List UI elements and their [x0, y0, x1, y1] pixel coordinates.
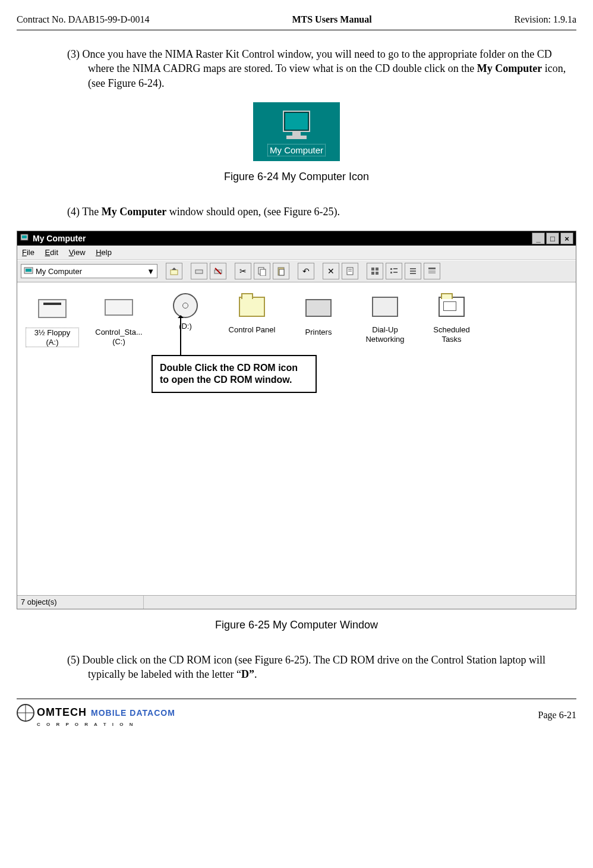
dial-up-networking-item[interactable]: Dial-UpNetworking	[358, 293, 412, 344]
address-text: My Computer	[36, 267, 82, 276]
footer-rule	[17, 699, 576, 699]
svg-rect-11	[279, 269, 284, 275]
window-icon	[20, 233, 29, 244]
paste-button[interactable]	[273, 263, 289, 279]
large-icons-button[interactable]	[367, 263, 383, 279]
undo-button[interactable]: ↶	[298, 263, 314, 279]
delete-button[interactable]: ✕	[323, 263, 339, 279]
manual-title: MTS Users Manual	[292, 14, 371, 25]
toolbar: My Computer ▼ ✂ ↶ ✕	[17, 260, 576, 282]
svg-rect-19	[390, 268, 392, 270]
my-computer-window: My Computer _ □ × FFileile Edit View Hel…	[17, 231, 576, 609]
svg-rect-1	[22, 235, 27, 238]
minimize-button[interactable]: _	[532, 232, 545, 244]
callout-arrow	[180, 317, 181, 355]
my-computer-icon	[24, 266, 33, 276]
step-3-number: (3)	[67, 48, 80, 60]
network-icon	[371, 297, 399, 322]
logo-main: OMTECH	[37, 706, 87, 718]
status-right	[144, 596, 576, 609]
window-title: My Computer	[33, 234, 532, 243]
scheduled-tasks-item[interactable]: ScheduledTasks	[425, 293, 478, 344]
step-3-bold: My Computer	[477, 62, 542, 74]
logo-corp: C O R P O R A T I O N	[37, 722, 175, 727]
menu-view[interactable]: View	[69, 248, 86, 257]
list-view-button[interactable]	[405, 263, 421, 279]
svg-rect-18	[376, 272, 378, 275]
chevron-down-icon[interactable]: ▼	[147, 267, 154, 276]
printers-label: Printers	[292, 328, 345, 337]
details-view-button[interactable]	[424, 263, 440, 279]
menu-edit[interactable]: Edit	[45, 248, 58, 257]
svg-rect-17	[371, 272, 374, 275]
revision: Revision: 1.9.1a	[515, 14, 576, 25]
svg-rect-15	[371, 268, 374, 271]
step-5-text-b: .	[254, 668, 257, 680]
logo-sub: MOBILE DATACOM	[91, 708, 175, 718]
step-4-bold: My Computer	[102, 206, 166, 218]
menubar: FFileile Edit View Help	[17, 246, 576, 260]
up-folder-button[interactable]	[166, 263, 182, 279]
caption-6-24: Figure 6-24 My Computer Icon	[17, 171, 576, 183]
cd-label: (D:)	[159, 322, 212, 331]
svg-rect-16	[376, 268, 378, 271]
scheduled-tasks-label: ScheduledTasks	[425, 325, 478, 344]
monitor-icon	[282, 111, 311, 140]
close-button[interactable]: ×	[560, 232, 573, 244]
drive-icon	[105, 299, 133, 324]
header-rule	[17, 30, 576, 30]
statusbar: 7 object(s)	[17, 595, 576, 609]
globe-icon	[17, 704, 34, 722]
company-logo: OMTECH MOBILE DATACOM C O R P O R A T I …	[17, 704, 175, 727]
disconnect-drive-button[interactable]	[210, 263, 226, 279]
floppy-drive-item[interactable]: 3½ Floppy (A:)	[26, 293, 79, 347]
printer-icon	[304, 299, 333, 324]
svg-rect-22	[393, 272, 398, 273]
folder-icon	[238, 297, 266, 322]
step-3: (3) Once you have the NIMA Raster Kit Co…	[17, 47, 576, 90]
page-number: Page 6-21	[538, 710, 576, 721]
floppy-label: 3½ Floppy (A:)	[26, 328, 79, 347]
control-panel-item[interactable]: Control Panel	[225, 293, 279, 335]
step-5-number: (5)	[67, 654, 80, 666]
callout-annotation: Double Click the CD ROM icon to open the…	[152, 355, 317, 393]
folder-content[interactable]: 3½ Floppy (A:) Control_Sta... (C:) (D:) …	[17, 282, 576, 595]
step-5: (5) Double click on the CD ROM icon (see…	[17, 653, 576, 682]
dun-label: Dial-UpNetworking	[358, 325, 412, 344]
cd-icon	[171, 293, 200, 318]
svg-rect-3	[26, 269, 31, 272]
floppy-icon	[38, 299, 67, 324]
c-drive-label: Control_Sta... (C:)	[92, 328, 146, 346]
cut-button[interactable]: ✂	[235, 263, 251, 279]
copy-button[interactable]	[254, 263, 270, 279]
small-icons-button[interactable]	[386, 263, 402, 279]
map-drive-button[interactable]	[191, 263, 207, 279]
c-drive-item[interactable]: Control_Sta... (C:)	[92, 293, 146, 346]
svg-rect-9	[260, 269, 266, 276]
svg-rect-26	[428, 268, 436, 269]
address-dropdown[interactable]: My Computer ▼	[21, 264, 157, 278]
caption-6-25: Figure 6-25 My Computer Window	[17, 619, 576, 631]
maximize-button[interactable]: □	[546, 232, 559, 244]
status-text: 7 object(s)	[17, 596, 144, 609]
page-header: Contract No. DAAB15-99-D-0014 MTS Users …	[17, 14, 576, 25]
properties-button[interactable]	[342, 263, 358, 279]
svg-rect-21	[390, 272, 392, 273]
cd-rom-item[interactable]: (D:)	[159, 293, 212, 331]
titlebar[interactable]: My Computer _ □ ×	[17, 231, 576, 246]
my-computer-desktop-icon[interactable]: My Computer	[253, 102, 340, 161]
printers-item[interactable]: Printers	[292, 293, 345, 337]
step-5-bold: D”	[241, 668, 254, 680]
step-4: (4) The My Computer window should open, …	[17, 205, 576, 219]
figure-6-24: My Computer	[17, 102, 576, 161]
page-footer: OMTECH MOBILE DATACOM C O R P O R A T I …	[17, 704, 576, 727]
desktop-icon-label: My Computer	[267, 144, 326, 156]
svg-rect-20	[393, 268, 398, 269]
scheduled-tasks-icon	[437, 297, 466, 322]
menu-help[interactable]: Help	[96, 248, 112, 257]
step-5-text-a: Double click on the CD ROM icon (see Fig…	[83, 654, 546, 680]
step-4-text-a: The	[82, 206, 101, 218]
step-4-text-b: window should open, (see Figure 6-25).	[166, 206, 340, 218]
svg-rect-4	[171, 270, 178, 275]
menu-file[interactable]: FFileile	[22, 248, 34, 257]
